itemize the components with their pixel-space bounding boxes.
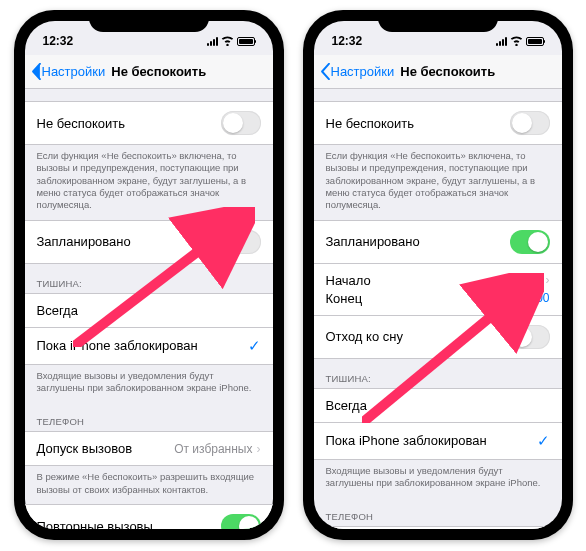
- status-indicators: [207, 36, 255, 46]
- chevron-right-icon: ›: [257, 442, 261, 456]
- wifi-icon: [510, 36, 523, 46]
- row-value: От избранных›: [174, 442, 260, 456]
- chevron-left-icon: [320, 63, 331, 80]
- notch: [89, 10, 209, 32]
- footer-silence: Входящие вызовы и уведомления будут загл…: [25, 365, 273, 403]
- row-always[interactable]: Всегда: [25, 293, 273, 328]
- checkmark-icon: ✓: [248, 337, 261, 355]
- row-label: Не беспокоить: [37, 116, 126, 131]
- navbar: Настройки Не беспокоить: [314, 55, 562, 89]
- status-time: 12:32: [332, 34, 363, 48]
- back-button[interactable]: Настройки: [31, 63, 106, 80]
- section-phone: ТЕЛЕФОН: [25, 402, 273, 431]
- row-while-locked[interactable]: Пока iPhone заблокирован ✓: [25, 328, 273, 365]
- toggle-dnd[interactable]: [221, 111, 261, 135]
- section-silence: ТИШИНА:: [25, 264, 273, 293]
- battery-icon: [526, 37, 544, 46]
- row-label: Всегда: [326, 398, 367, 413]
- status-indicators: [496, 36, 544, 46]
- settings-list[interactable]: Не беспокоить Если функция «Не беспокоит…: [25, 89, 273, 529]
- row-label: Пока iPhone заблокирован: [326, 433, 487, 448]
- section-phone: ТЕЛЕФОН: [314, 497, 562, 526]
- screen: 12:32 Настройки Не беспокоить Не беспоко…: [314, 21, 562, 529]
- row-label: Запланировано: [37, 234, 131, 249]
- footer-allow: В режиме «Не беспокоить» разрешить входя…: [25, 466, 273, 504]
- settings-list[interactable]: Не беспокоить Если функция «Не беспокоит…: [314, 89, 562, 529]
- toggle-scheduled[interactable]: [510, 230, 550, 254]
- row-label: Пока iPhone заблокирован: [37, 338, 198, 353]
- start-label: Начало: [326, 273, 371, 288]
- toggle-scheduled[interactable]: [221, 230, 261, 254]
- notch: [378, 10, 498, 32]
- phone-left: 12:32 Настройки Не беспокоить Не беспоко…: [14, 10, 284, 540]
- back-label: Настройки: [42, 64, 106, 79]
- page-title: Не беспокоить: [111, 64, 206, 79]
- wifi-icon: [221, 36, 234, 46]
- back-label: Настройки: [331, 64, 395, 79]
- row-dnd[interactable]: Не беспокоить: [314, 101, 562, 145]
- row-allow-calls[interactable]: Допуск вызовов От избранных›: [314, 526, 562, 529]
- row-while-locked[interactable]: Пока iPhone заблокирован ✓: [314, 423, 562, 460]
- footer-silence: Входящие вызовы и уведомления будут загл…: [314, 460, 562, 498]
- footer-dnd: Если функция «Не беспокоить» включена, т…: [25, 145, 273, 220]
- row-bedtime[interactable]: Отход ко сну: [314, 316, 562, 359]
- row-label: Повторные вызовы: [37, 519, 153, 529]
- back-button[interactable]: Настройки: [320, 63, 395, 80]
- start-value: 17:00 ›: [504, 273, 549, 288]
- battery-icon: [237, 37, 255, 46]
- footer-dnd: Если функция «Не беспокоить» включена, т…: [314, 145, 562, 220]
- row-label: Отход ко сну: [326, 329, 403, 344]
- row-always[interactable]: Всегда: [314, 388, 562, 423]
- row-repeated-calls[interactable]: Повторные вызовы: [25, 504, 273, 529]
- row-label: Допуск вызовов: [37, 441, 133, 456]
- status-time: 12:32: [43, 34, 74, 48]
- checkmark-icon: ✓: [537, 432, 550, 450]
- row-label: Запланировано: [326, 234, 420, 249]
- cellular-icon: [496, 37, 507, 46]
- end-label: Конец: [326, 291, 363, 306]
- row-label: Всегда: [37, 303, 78, 318]
- toggle-dnd[interactable]: [510, 111, 550, 135]
- row-allow-calls[interactable]: Допуск вызовов От избранных›: [25, 431, 273, 466]
- page-title: Не беспокоить: [400, 64, 495, 79]
- screen: 12:32 Настройки Не беспокоить Не беспоко…: [25, 21, 273, 529]
- row-schedule-times[interactable]: Начало17:00 › Конец7:00: [314, 264, 562, 316]
- row-scheduled[interactable]: Запланировано: [314, 220, 562, 264]
- chevron-left-icon: [31, 63, 42, 80]
- row-label: Не беспокоить: [326, 116, 415, 131]
- navbar: Настройки Не беспокоить: [25, 55, 273, 89]
- row-dnd[interactable]: Не беспокоить: [25, 101, 273, 145]
- chevron-right-icon: ›: [546, 273, 550, 287]
- cellular-icon: [207, 37, 218, 46]
- row-scheduled[interactable]: Запланировано: [25, 220, 273, 264]
- toggle-repeated[interactable]: [221, 514, 261, 529]
- end-value: 7:00: [526, 291, 549, 306]
- section-silence: ТИШИНА:: [314, 359, 562, 388]
- phone-right: 12:32 Настройки Не беспокоить Не беспоко…: [303, 10, 573, 540]
- toggle-bedtime[interactable]: [510, 325, 550, 349]
